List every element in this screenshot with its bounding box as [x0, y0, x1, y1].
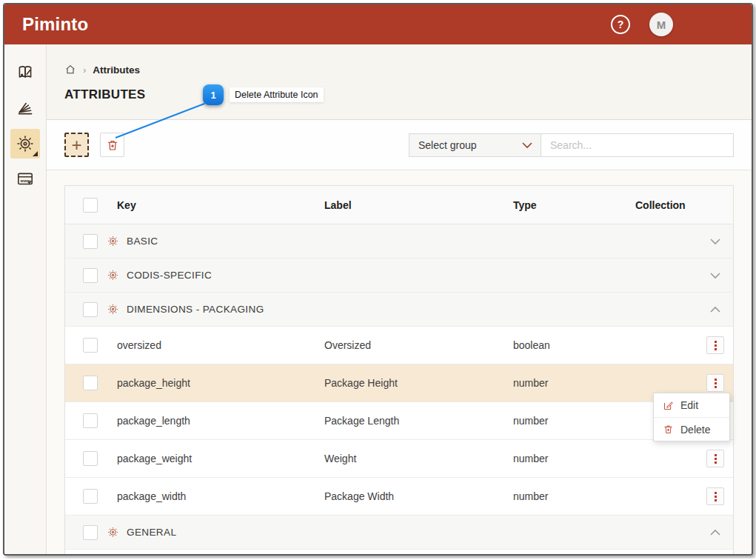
group-row: BASIC: [65, 224, 733, 259]
group-gear-icon: [107, 235, 119, 247]
trash-icon: [106, 139, 119, 152]
cell-type: number: [513, 453, 635, 464]
row-checkbox[interactable]: [83, 489, 98, 504]
partially-visible-row: [64, 550, 734, 556]
cell-label: Oversized: [324, 339, 513, 351]
group-checkbox[interactable]: [83, 268, 98, 283]
context-menu-delete[interactable]: Delete: [654, 417, 729, 441]
avatar-initial: M: [657, 19, 666, 31]
context-menu-edit-label: Edit: [680, 399, 698, 411]
cell-type: boolean: [513, 339, 635, 351]
group-checkbox[interactable]: [83, 525, 98, 540]
cell-key: package_weight: [117, 453, 324, 464]
chevron-down-icon: [521, 141, 533, 150]
annotation-label: Delete Attribute Icon: [230, 87, 324, 102]
sidebar-item-imports[interactable]: [10, 93, 40, 123]
table-row[interactable]: package_weight Weight number: [65, 440, 733, 478]
table-row[interactable]: package_width Package Width number: [65, 478, 733, 516]
cell-key: package_height: [117, 377, 324, 389]
context-menu-edit[interactable]: Edit: [654, 393, 729, 417]
group-gear-icon: [107, 526, 119, 539]
toolbar: + Select group: [47, 120, 752, 170]
cell-key: package_length: [117, 415, 324, 427]
row-actions-menu-button[interactable]: [706, 487, 724, 505]
annotation-badge: 1: [203, 84, 224, 105]
breadcrumb: › Attributes: [64, 64, 734, 76]
trash-icon: [663, 424, 674, 435]
help-glyph: ?: [618, 19, 624, 30]
breadcrumb-separator: ›: [83, 64, 86, 76]
sidebar-item-website[interactable]: www: [10, 164, 40, 194]
context-menu-delete-label: Delete: [680, 424, 710, 436]
edit-icon: [663, 400, 674, 411]
sidebar: www: [4, 44, 47, 554]
attributes-table-body: BASIC CODIS-SPECIFIC: [65, 224, 733, 550]
column-header-key[interactable]: Key: [117, 199, 324, 211]
group-checkbox[interactable]: [83, 302, 98, 317]
add-attribute-button[interactable]: +: [64, 133, 89, 157]
column-header-collection[interactable]: Collection: [635, 199, 698, 211]
imports-icon: [16, 99, 35, 118]
group-gear-icon: [107, 303, 119, 316]
table-row[interactable]: oversized Oversized boolean: [65, 327, 733, 364]
avatar[interactable]: M: [649, 13, 673, 36]
group-expand-chevron-icon[interactable]: [709, 528, 721, 537]
gear-icon: [16, 134, 35, 153]
brand-logo: Piminto: [22, 14, 88, 35]
sidebar-item-catalog[interactable]: [10, 58, 40, 87]
row-actions-menu-button[interactable]: [706, 374, 724, 392]
column-header-label[interactable]: Label: [324, 199, 513, 211]
group-expand-chevron-icon[interactable]: [709, 305, 721, 314]
column-header-type[interactable]: Type: [513, 199, 635, 211]
top-bar: Piminto ? M: [4, 4, 752, 44]
table-row[interactable]: package_length Package Length number: [65, 402, 733, 440]
row-actions-menu-button[interactable]: [706, 336, 724, 354]
select-group-value: Select group: [418, 139, 477, 151]
row-actions-menu-button[interactable]: [706, 450, 724, 467]
main-content: › Attributes ATTRIBUTES + Select group: [47, 44, 752, 554]
attributes-table: Key Label Type Collection BASIC: [64, 185, 734, 550]
delete-attribute-button[interactable]: [100, 133, 124, 157]
group-name: DIMENSIONS - PACKAGING: [127, 304, 264, 315]
plus-icon: +: [71, 138, 81, 153]
breadcrumb-current[interactable]: Attributes: [93, 64, 140, 76]
group-row: DIMENSIONS - PACKAGING: [65, 293, 733, 327]
row-checkbox[interactable]: [83, 451, 98, 466]
sidebar-item-settings[interactable]: [10, 129, 40, 159]
help-icon[interactable]: ?: [611, 15, 630, 34]
row-context-menu: Edit Delete: [653, 393, 730, 441]
group-row: GENERAL: [65, 516, 733, 550]
select-group-dropdown[interactable]: Select group: [409, 133, 541, 157]
cell-key: package_width: [117, 490, 324, 502]
page-title: ATTRIBUTES: [64, 87, 734, 102]
cell-key: oversized: [117, 339, 324, 351]
app-window: Piminto ? M: [3, 3, 753, 556]
cell-label: Package Height: [324, 377, 513, 389]
toolbar-filters: Select group: [409, 133, 734, 157]
cell-type: number: [513, 490, 635, 502]
table-header-row: Key Label Type Collection: [65, 186, 733, 224]
row-checkbox[interactable]: [83, 413, 98, 428]
group-name: CODIS-SPECIFIC: [127, 270, 212, 281]
search-input[interactable]: [541, 133, 734, 157]
row-checkbox[interactable]: [83, 376, 98, 390]
group-gear-icon: [107, 269, 119, 281]
table-row[interactable]: package_height Package Height number: [65, 364, 733, 402]
cell-label: Package Width: [324, 490, 513, 502]
group-expand-chevron-icon[interactable]: [709, 271, 721, 280]
group-name: GENERAL: [127, 527, 176, 538]
home-icon[interactable]: [64, 64, 76, 76]
website-icon: www: [16, 170, 35, 189]
group-expand-chevron-icon[interactable]: [709, 237, 721, 246]
group-checkbox[interactable]: [83, 234, 98, 249]
cell-type: number: [513, 415, 635, 427]
cell-label: Weight: [324, 453, 513, 464]
group-row: CODIS-SPECIFIC: [65, 259, 733, 293]
row-checkbox[interactable]: [83, 338, 98, 353]
cell-type: number: [513, 377, 635, 389]
title-strip: › Attributes ATTRIBUTES: [47, 44, 752, 120]
select-all-checkbox[interactable]: [83, 198, 98, 213]
cell-label: Package Length: [324, 415, 513, 427]
catalog-icon: [16, 63, 35, 82]
topbar-actions: ? M: [611, 13, 734, 36]
